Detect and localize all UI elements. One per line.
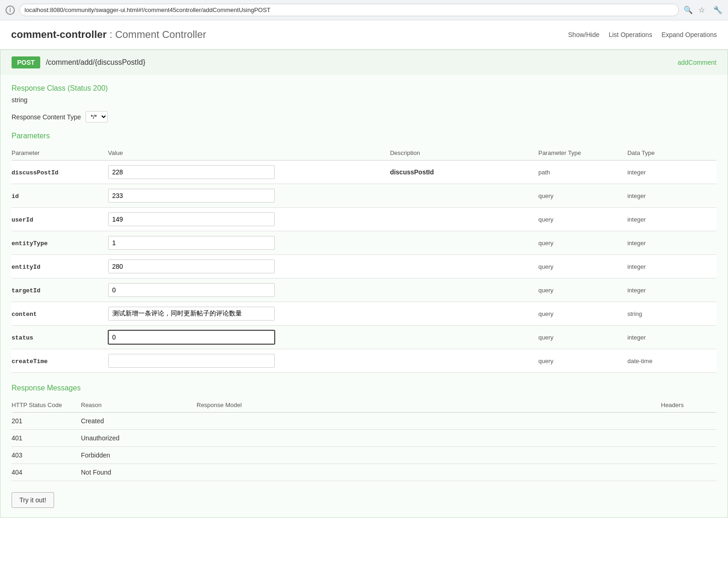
endpoint-left: POST /comment/add/{discussPostId} xyxy=(12,56,145,68)
title-colon: : xyxy=(107,29,115,40)
response-class-title: Response Class (Status 200) xyxy=(12,84,716,93)
table-row: discussPostIddiscussPostIdpathinteger xyxy=(12,161,716,184)
response-model xyxy=(197,447,661,464)
controller-title: Comment Controller xyxy=(115,29,206,40)
response-messages-table: HTTP Status Code Reason Response Model H… xyxy=(12,398,716,481)
search-icon[interactable]: 🔍 xyxy=(684,6,693,15)
param-value-cell[interactable] xyxy=(108,278,390,302)
param-value-input[interactable] xyxy=(108,189,275,203)
col-header-data-type: Data Type xyxy=(627,146,716,161)
param-name-cell: targetId xyxy=(12,278,108,302)
col-header-response-model: Response Model xyxy=(197,398,661,413)
response-headers xyxy=(661,464,716,481)
response-content-type-label: Response Content Type xyxy=(12,113,81,121)
param-name-cell: content xyxy=(12,302,108,326)
param-data-type-cell: integer xyxy=(627,161,716,184)
response-model xyxy=(197,413,661,430)
param-value-cell[interactable] xyxy=(108,255,390,278)
col-header-value: Value xyxy=(108,146,390,161)
param-data-type-cell: integer xyxy=(627,326,716,349)
param-type-cell: query xyxy=(538,349,628,373)
param-value-cell[interactable] xyxy=(108,208,390,231)
endpoint-path: /comment/add/{discussPostId} xyxy=(46,58,145,67)
param-value-cell[interactable] xyxy=(108,302,390,326)
bookmark-icon[interactable]: ☆ xyxy=(698,6,708,15)
param-description-cell xyxy=(390,231,538,255)
param-value-input[interactable] xyxy=(108,236,275,250)
table-row: 201Created xyxy=(12,413,716,430)
method-badge[interactable]: POST xyxy=(12,56,40,68)
endpoint-row: POST /comment/add/{discussPostId} addCom… xyxy=(0,50,728,75)
param-name-cell: entityId xyxy=(12,255,108,278)
param-description-cell xyxy=(390,349,538,373)
param-data-type-cell: integer xyxy=(627,231,716,255)
table-row: statusqueryinteger xyxy=(12,326,716,349)
param-type-cell: query xyxy=(538,302,628,326)
show-hide-link[interactable]: Show/Hide xyxy=(568,31,599,38)
param-type-cell: query xyxy=(538,278,628,302)
param-name-cell: entityType xyxy=(12,231,108,255)
table-row: 401Unauthorized xyxy=(12,430,716,447)
response-content-type-select[interactable]: */* xyxy=(86,111,108,123)
parameters-table: Parameter Value Description Parameter Ty… xyxy=(12,146,716,373)
response-class-type: string xyxy=(12,96,716,104)
controller-name: comment-controller xyxy=(11,29,107,40)
param-value-cell[interactable] xyxy=(108,161,390,184)
api-title: comment-controller : Comment Controller xyxy=(11,29,206,41)
param-name-cell: status xyxy=(12,326,108,349)
col-header-description: Description xyxy=(390,146,538,161)
table-row: targetIdqueryinteger xyxy=(12,278,716,302)
url-bar[interactable] xyxy=(19,4,679,16)
response-model xyxy=(197,464,661,481)
param-type-cell: query xyxy=(538,326,628,349)
response-status-code: 404 xyxy=(12,464,81,481)
param-name: discussPostId xyxy=(12,169,58,176)
response-reason: Forbidden xyxy=(81,447,197,464)
param-value-input[interactable] xyxy=(108,354,275,368)
param-data-type-cell: string xyxy=(627,302,716,326)
param-description-cell xyxy=(390,255,538,278)
param-value-cell[interactable] xyxy=(108,326,390,349)
param-data-type-cell: date-time xyxy=(627,349,716,373)
table-row: createTimequerydate-time xyxy=(12,349,716,373)
info-icon: i xyxy=(6,6,15,15)
try-it-out-button[interactable]: Try it out! xyxy=(12,492,54,508)
col-header-status-code: HTTP Status Code xyxy=(12,398,81,413)
response-content-type-row: Response Content Type */* xyxy=(12,111,716,123)
browser-icons: 🔍 ☆ 🔧 xyxy=(684,6,722,15)
param-type-cell: path xyxy=(538,161,628,184)
response-reason: Not Found xyxy=(81,464,197,481)
list-operations-link[interactable]: List Operations xyxy=(609,31,652,38)
param-value-cell[interactable] xyxy=(108,349,390,373)
param-value-cell[interactable] xyxy=(108,231,390,255)
response-model xyxy=(197,430,661,447)
param-type-cell: query xyxy=(538,255,628,278)
param-value-input[interactable] xyxy=(108,330,275,344)
param-value-cell[interactable] xyxy=(108,184,390,208)
table-row: entityTypequeryinteger xyxy=(12,231,716,255)
response-status-code: 403 xyxy=(12,447,81,464)
param-data-type-cell: integer xyxy=(627,208,716,231)
param-value-input[interactable] xyxy=(108,260,275,273)
parameters-title: Parameters xyxy=(12,132,716,140)
param-name-cell: createTime xyxy=(12,349,108,373)
col-header-headers: Headers xyxy=(661,398,716,413)
param-value-input[interactable] xyxy=(108,307,275,321)
param-name: entityId xyxy=(12,264,40,271)
table-row: 404Not Found xyxy=(12,464,716,481)
param-description-cell xyxy=(390,278,538,302)
param-name: id xyxy=(12,193,19,200)
param-value-input[interactable] xyxy=(108,283,275,297)
param-data-type-cell: integer xyxy=(627,184,716,208)
expand-operations-link[interactable]: Expand Operations xyxy=(661,31,717,38)
param-type-cell: query xyxy=(538,184,628,208)
param-value-input[interactable] xyxy=(108,212,275,226)
param-data-type-cell: integer xyxy=(627,255,716,278)
param-description-cell xyxy=(390,326,538,349)
param-value-input[interactable] xyxy=(108,165,275,179)
extension-icon[interactable]: 🔧 xyxy=(713,6,722,15)
param-name: userId xyxy=(12,216,33,223)
param-type-cell: query xyxy=(538,208,628,231)
param-description-cell xyxy=(390,184,538,208)
response-status-code: 201 xyxy=(12,413,81,430)
